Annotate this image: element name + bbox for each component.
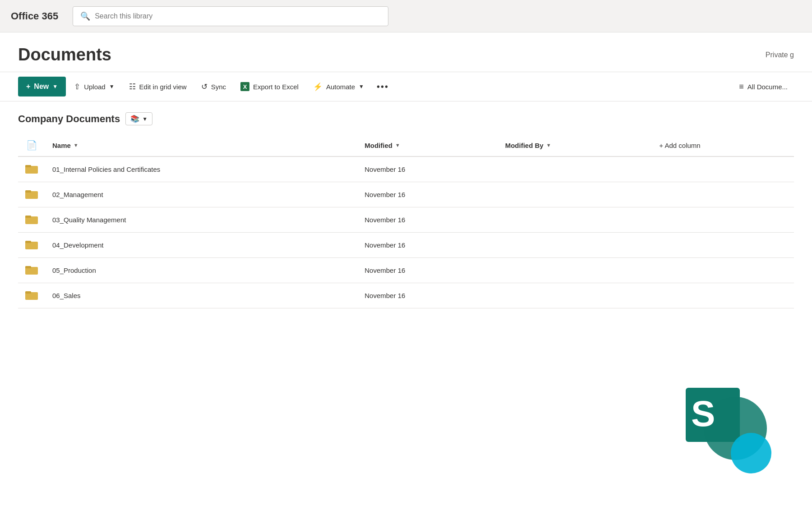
header: Office 365 🔍 [0,0,812,32]
folder-icon [25,264,38,275]
row-icon-cell [18,233,45,258]
search-box[interactable]: 🔍 [73,6,388,26]
row-modified-by-cell [498,156,652,182]
svg-rect-11 [25,291,31,294]
row-name-cell[interactable]: 02_Management [45,182,357,207]
row-icon-cell [18,207,45,233]
svg-rect-3 [25,190,31,193]
row-icon-cell [18,283,45,308]
svg-rect-7 [25,241,31,243]
name-sort-icon: ▼ [74,142,78,148]
table-row[interactable]: 02_Management November 16 [18,182,794,207]
more-icon: ••• [377,82,389,92]
sync-label: Sync [211,83,226,91]
name-col-label: Name [52,142,71,149]
row-extra-cell [652,182,794,207]
file-name: 05_Production [52,266,96,274]
table-header-add-column[interactable]: + Add column [652,134,794,156]
new-button-label: New [34,83,49,91]
automate-button[interactable]: ⚡ Automate ▼ [307,77,370,96]
row-name-cell[interactable]: 03_Quality Management [45,207,357,233]
table-header-checkbox: 📄 [18,134,45,156]
sync-button[interactable]: ↺ Sync [195,77,232,96]
edit-grid-button[interactable]: ☷ Edit in grid view [123,77,193,96]
sync-icon: ↺ [201,82,208,92]
file-type-icon: 📄 [26,140,37,150]
file-table: 📄 Name ▼ Modified ▼ Modified B [18,134,794,308]
folder-icon [25,239,38,250]
all-documents-label: All Docume... [747,83,788,91]
row-modified-cell: November 16 [357,207,498,233]
row-extra-cell [652,258,794,283]
row-icon-cell [18,156,45,182]
sharepoint-watermark: S [686,379,785,478]
grid-icon: ☷ [129,82,136,92]
upload-button[interactable]: ⇧ Upload ▼ [68,77,120,96]
table-row[interactable]: 06_Sales November 16 [18,283,794,308]
row-modified-cell: November 16 [357,182,498,207]
table-header-name[interactable]: Name ▼ [45,134,357,156]
modified-sort-icon: ▼ [395,142,400,148]
row-name-cell[interactable]: 04_Development [45,233,357,258]
table-row[interactable]: 05_Production November 16 [18,258,794,283]
row-name-cell[interactable]: 05_Production [45,258,357,283]
upload-icon: ⇧ [74,82,80,92]
modified-by-sort-icon: ▼ [546,142,551,148]
table-row[interactable]: 04_Development November 16 [18,233,794,258]
row-extra-cell [652,156,794,182]
row-extra-cell [652,233,794,258]
app-title: Office 365 [11,10,58,22]
sp-cyan-circle [731,433,771,473]
folder-icon [25,214,38,225]
row-modified-cell: November 16 [357,156,498,182]
add-column-button[interactable]: + Add column [659,142,700,149]
table-header-row: 📄 Name ▼ Modified ▼ Modified B [18,134,794,156]
section-badge[interactable]: 📚 ▼ [125,112,152,125]
folder-icon [25,289,38,300]
table-header-modified[interactable]: Modified ▼ [357,134,498,156]
folder-icon [25,188,38,199]
table-row[interactable]: 01_Internal Policies and Certificates No… [18,156,794,182]
new-button[interactable]: + New ▼ [18,77,66,96]
all-documents-button[interactable]: ≡ All Docume... [733,77,794,96]
export-excel-button[interactable]: X Export to Excel [234,77,305,96]
excel-icon: X [240,82,249,91]
private-group-label: Private g [766,51,794,59]
row-modified-by-cell [498,258,652,283]
folder-icon [25,163,38,174]
file-name: 01_Internal Policies and Certificates [52,165,160,173]
table-header-modified-by[interactable]: Modified By ▼ [498,134,652,156]
toolbar: + New ▼ ⇧ Upload ▼ ☷ Edit in grid view ↺… [0,72,812,101]
main-content: Company Documents 📚 ▼ 📄 Name ▼ [0,101,812,319]
row-modified-cell: November 16 [357,258,498,283]
section-title: Company Documents [18,113,120,125]
sp-s-letter: S [691,393,715,435]
add-column-label: + Add column [659,142,700,149]
svg-rect-9 [25,266,31,268]
row-name-cell[interactable]: 06_Sales [45,283,357,308]
modified-by-col-label: Modified By [505,142,544,149]
new-chevron-icon: ▼ [52,83,58,90]
file-name: 03_Quality Management [52,216,126,224]
modified-col-label: Modified [364,142,392,149]
sp-teal-circle [704,397,767,460]
more-button[interactable]: ••• [372,77,393,96]
section-badge-chevron-icon: ▼ [142,116,148,122]
search-icon: 🔍 [80,11,90,21]
plus-icon: + [26,83,30,91]
all-docs-icon: ≡ [739,82,744,92]
search-input[interactable] [95,12,381,20]
automate-chevron-icon: ▼ [359,83,364,90]
table-row[interactable]: 03_Quality Management November 16 [18,207,794,233]
page-title-area: Documents Private g [0,32,812,72]
row-modified-by-cell [498,233,652,258]
row-icon-cell [18,258,45,283]
row-modified-by-cell [498,283,652,308]
upload-label: Upload [84,83,106,91]
row-extra-cell [652,283,794,308]
svg-rect-1 [25,165,31,167]
automate-label: Automate [326,83,355,91]
page-title: Documents [18,45,111,64]
row-name-cell[interactable]: 01_Internal Policies and Certificates [45,156,357,182]
row-modified-by-cell [498,182,652,207]
